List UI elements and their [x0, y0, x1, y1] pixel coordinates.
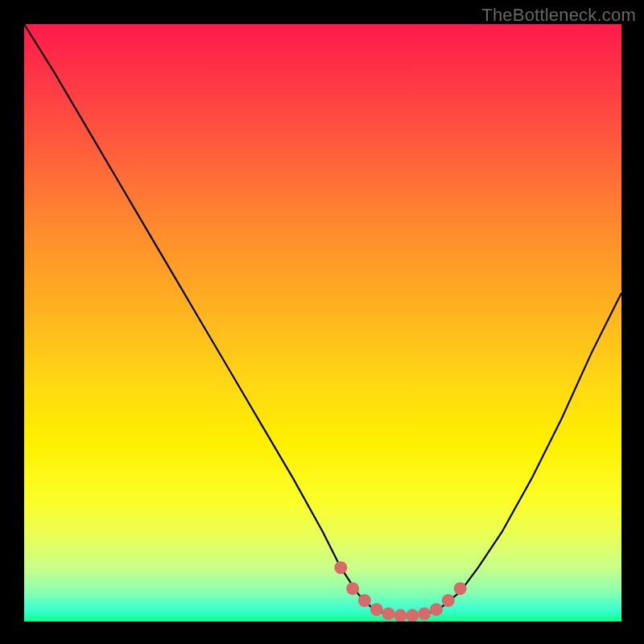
highlight-dot: [394, 609, 407, 621]
highlight-dot: [430, 603, 443, 616]
highlight-dots: [334, 561, 466, 621]
chart-svg: [24, 24, 621, 621]
highlight-dot: [334, 561, 347, 574]
highlight-dot: [418, 607, 431, 620]
highlight-dot: [406, 609, 419, 621]
highlight-dot: [358, 594, 371, 607]
highlight-dot: [370, 603, 383, 616]
plot-area: [24, 24, 621, 621]
highlight-dot: [454, 582, 467, 595]
highlight-dot: [382, 607, 395, 620]
bottleneck-curve: [24, 24, 621, 616]
highlight-dot: [442, 594, 455, 607]
highlight-dot: [346, 582, 359, 595]
watermark-text: TheBottleneck.com: [481, 5, 636, 26]
